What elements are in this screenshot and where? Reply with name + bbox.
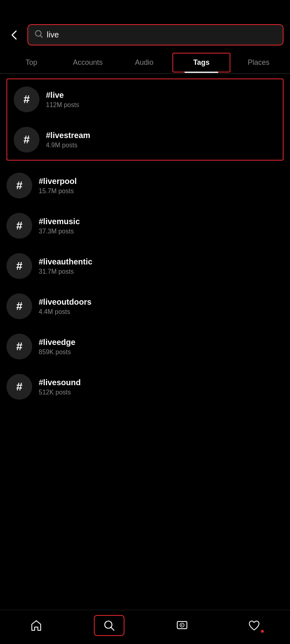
tab-top[interactable]: Top <box>3 52 60 73</box>
inbox-icon <box>176 619 188 632</box>
search-bar[interactable] <box>27 24 284 45</box>
tag-item-livestream[interactable]: # #livestream 4.9M posts <box>7 120 283 160</box>
tag-name-liveauthentic: #liveauthentic <box>39 257 92 266</box>
tag-posts-livestream: 4.9M posts <box>46 142 90 149</box>
search-nav-icon <box>103 619 116 632</box>
tag-list: # #live 112M posts # #livestream 4.9M po… <box>0 78 290 407</box>
bottom-nav <box>0 610 290 644</box>
tag-item-livesound[interactable]: # #livesound 512K posts <box>0 367 290 407</box>
tag-posts-liveoutdoors: 4.4M posts <box>39 308 91 316</box>
hashtag-icon-livestream: # <box>14 127 39 153</box>
search-icon <box>35 30 43 40</box>
tab-tags[interactable]: Tags <box>172 53 230 72</box>
tag-info-live: #live 112M posts <box>46 91 79 109</box>
tab-audio[interactable]: Audio <box>116 52 172 73</box>
hashtag-icon-liveedge: # <box>6 334 32 359</box>
tag-item-livemusic[interactable]: # #livemusic 37.3M posts <box>0 206 290 246</box>
hashtag-icon-live: # <box>14 87 39 112</box>
tab-accounts[interactable]: Accounts <box>60 52 116 73</box>
hashtag-icon-livemusic: # <box>6 213 32 239</box>
tag-info-livemusic: #livemusic 37.3M posts <box>39 217 80 235</box>
tag-item-live[interactable]: # #live 112M posts <box>7 79 283 120</box>
nav-inbox[interactable] <box>168 616 197 635</box>
hashtag-icon-liveoutdoors: # <box>6 293 32 319</box>
svg-line-3 <box>111 627 114 630</box>
nav-search[interactable] <box>94 615 124 636</box>
nav-home[interactable] <box>22 616 51 635</box>
back-button[interactable] <box>6 27 23 43</box>
tag-posts-liveauthentic: 31.7M posts <box>39 268 92 275</box>
tabs-bar: Top Accounts Audio Tags Places <box>0 52 290 74</box>
nav-likes[interactable] <box>240 616 269 635</box>
svg-line-1 <box>40 35 42 37</box>
tag-name-live: #live <box>46 91 79 100</box>
tag-info-livestream: #livestream 4.9M posts <box>46 131 90 149</box>
tag-info-liveedge: #liveedge 859K posts <box>39 338 75 356</box>
tag-name-liveedge: #liveedge <box>39 338 75 347</box>
tag-item-liveauthentic[interactable]: # #liveauthentic 31.7M posts <box>0 246 290 286</box>
search-input[interactable] <box>47 30 276 39</box>
heart-icon <box>248 619 261 632</box>
tag-name-liverpool: #liverpool <box>39 177 77 186</box>
tag-posts-livesound: 512K posts <box>39 389 81 396</box>
svg-marker-6 <box>181 624 183 626</box>
tag-posts-live: 112M posts <box>46 101 79 109</box>
highlighted-tag-group: # #live 112M posts # #livestream 4.9M po… <box>6 78 284 161</box>
tag-posts-livemusic: 37.3M posts <box>39 228 80 235</box>
tag-name-liveoutdoors: #liveoutdoors <box>39 297 91 307</box>
tag-item-liveedge[interactable]: # #liveedge 859K posts <box>0 326 290 367</box>
likes-dot <box>261 630 264 633</box>
tag-name-livestream: #livestream <box>46 131 90 140</box>
tag-item-liverpool[interactable]: # #liverpool 15.7M posts <box>0 165 290 206</box>
hashtag-icon-liveauthentic: # <box>6 253 32 279</box>
tag-posts-liverpool: 15.7M posts <box>39 188 77 195</box>
header <box>0 0 290 52</box>
tag-info-liveauthentic: #liveauthentic 31.7M posts <box>39 257 92 275</box>
tag-posts-liveedge: 859K posts <box>39 349 75 356</box>
tag-item-liveoutdoors[interactable]: # #liveoutdoors 4.4M posts <box>0 286 290 326</box>
hashtag-icon-livesound: # <box>6 374 32 400</box>
tag-name-livemusic: #livemusic <box>39 217 80 226</box>
hashtag-icon-liverpool: # <box>6 173 32 198</box>
home-icon <box>30 619 43 632</box>
tag-info-liverpool: #liverpool 15.7M posts <box>39 177 77 195</box>
tab-places[interactable]: Places <box>230 52 287 73</box>
tag-name-livesound: #livesound <box>39 378 81 387</box>
tag-info-livesound: #livesound 512K posts <box>39 378 81 396</box>
tag-info-liveoutdoors: #liveoutdoors 4.4M posts <box>39 297 91 316</box>
